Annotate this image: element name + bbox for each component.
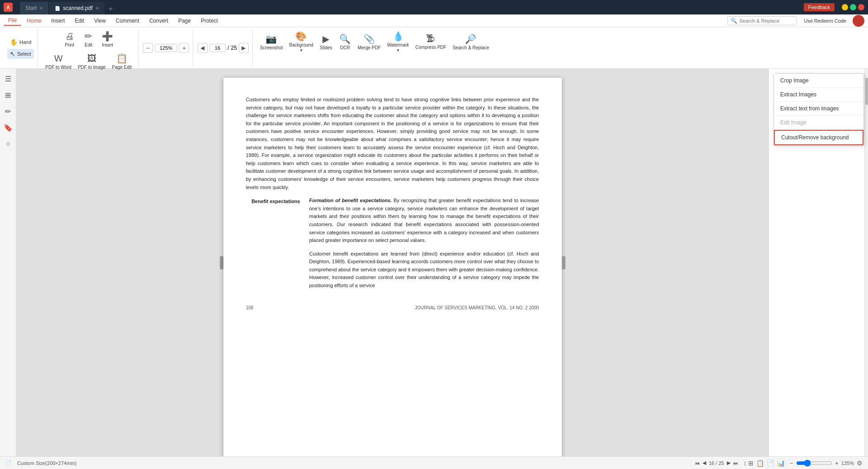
menu-comment[interactable]: Comment xyxy=(111,16,144,25)
paragraph-2-body: By recognizing that greater benefit expe… xyxy=(309,198,539,243)
print-icon: 🖨 xyxy=(65,31,74,42)
paragraph-3: Customer benefit expectations are learne… xyxy=(309,250,539,290)
sidebar-icon-bookmark[interactable]: 🔖 xyxy=(2,121,14,134)
zoom-out-btn[interactable]: − xyxy=(143,43,153,53)
compress-pdf-btn[interactable]: 🗜 Compress PDF xyxy=(413,29,449,54)
search-box[interactable]: 🔍 xyxy=(727,16,797,25)
page-input[interactable] xyxy=(209,44,226,52)
insert-label: Insert xyxy=(102,43,113,47)
app-icon: A xyxy=(4,3,13,12)
status-separator: | xyxy=(745,460,746,466)
canvas-area: Customers who employ limited or routiniz… xyxy=(16,69,768,456)
paragraph-2-intro: Formation of benefit expectations. xyxy=(309,198,392,203)
slides-icon: ▶ xyxy=(323,33,329,44)
background-label: Background xyxy=(289,43,313,47)
menu-page[interactable]: Page xyxy=(174,16,195,25)
context-menu-edit-image: Edit Image xyxy=(774,116,863,130)
watermark-label: Watermark xyxy=(387,43,409,47)
background-btn[interactable]: 🎨 Background ▼ xyxy=(286,29,316,54)
close-button[interactable]: ✕ xyxy=(858,4,864,10)
menu-home[interactable]: Home xyxy=(22,16,46,25)
resize-handle-left[interactable] xyxy=(220,256,223,270)
slides-btn[interactable]: ▶ Slides xyxy=(317,29,335,54)
section-row: Benefit expectations Formation of benefi… xyxy=(246,197,539,295)
status-icon-2[interactable]: 📋 xyxy=(756,460,764,467)
tab-scanned[interactable]: 📄 scanned.pdf ✕ xyxy=(49,2,104,14)
tab-scanned-close[interactable]: ✕ xyxy=(95,6,99,11)
search-replace-btn[interactable]: 🔎 Search & Replace xyxy=(450,29,492,54)
main-area: ☰ ⊞ ✏ 🔖 ○ Customers who employ limited o… xyxy=(0,69,868,456)
slides-label: Slides xyxy=(320,45,332,50)
zoom-in-status[interactable]: + xyxy=(835,460,839,467)
ocr-btn[interactable]: 🔍 OCR xyxy=(336,29,354,54)
user-avatar[interactable] xyxy=(853,15,864,27)
context-menu-crop[interactable]: Crop Image xyxy=(774,74,863,88)
page-next-btn[interactable]: ▶ xyxy=(239,43,249,53)
pdf-page: Customers who employ limited or routiniz… xyxy=(223,78,562,456)
feedback-button[interactable]: Feedback xyxy=(804,3,835,11)
tools-ribbon-group: 📷 Screenshot 🎨 Background ▼ ▶ Slides 🔍 O… xyxy=(254,29,496,66)
zoom-slider[interactable] xyxy=(796,460,832,467)
insert-btn[interactable]: ➕ Insert xyxy=(99,29,117,49)
merge-pdf-btn[interactable]: 📎 Merge PDF xyxy=(355,29,384,54)
search-replace-label: Search & Replace xyxy=(453,45,489,50)
watermark-btn[interactable]: 💧 Watermark ▼ xyxy=(384,29,412,54)
menu-convert[interactable]: Convert xyxy=(145,16,173,25)
menu-view[interactable]: View xyxy=(90,16,110,25)
zoom-in-btn[interactable]: + xyxy=(179,43,189,53)
menu-protect[interactable]: Protect xyxy=(196,16,223,25)
menu-edit[interactable]: Edit xyxy=(70,16,89,25)
hand-tool-btn[interactable]: ✋ Hand xyxy=(7,37,34,47)
print-btn[interactable]: 🖨 Print xyxy=(61,29,79,49)
tab-start-close[interactable]: ✕ xyxy=(39,6,43,11)
status-icon-5[interactable]: ⚙ xyxy=(857,460,863,467)
sidebar-icon-edit[interactable]: ✏ xyxy=(2,105,14,118)
status-bar-right: ⏮ ◀ 16 / 25 ▶ ⏭ | ⊞ 📋 📄 📊 − + 125% ⚙ xyxy=(695,460,863,467)
new-tab-btn[interactable]: + xyxy=(105,4,116,14)
context-menu-cutout[interactable]: Cutout/Remove background xyxy=(774,130,863,145)
page-prev-btn[interactable]: ◀ xyxy=(198,43,208,53)
menu-insert[interactable]: Insert xyxy=(47,16,69,25)
page-nav-last[interactable]: ⏭ xyxy=(733,460,738,466)
compress-pdf-icon: 🗜 xyxy=(426,33,435,44)
status-icon-4[interactable]: 📊 xyxy=(777,460,785,467)
tab-start-label: Start xyxy=(25,5,37,11)
status-icon-1[interactable]: ⊞ xyxy=(748,460,754,467)
ribbon: ✋ Hand ↖ Select 🖨 Print ✏ Edit ➕ Insert xyxy=(0,27,868,69)
sidebar-icon-list[interactable]: ☰ xyxy=(2,72,14,85)
status-icon-3[interactable]: 📄 xyxy=(767,460,774,467)
page-nav-prev[interactable]: ◀ xyxy=(702,460,706,466)
select-tool-btn[interactable]: ↖ Select xyxy=(7,49,34,59)
tab-start[interactable]: Start ✕ xyxy=(20,2,48,14)
section-content: Formation of benefit expectations. By re… xyxy=(309,197,539,295)
minimize-button[interactable]: − xyxy=(842,4,848,10)
pdf-to-image-icon: 🖼 xyxy=(87,53,96,64)
tabs: Start ✕ 📄 scanned.pdf ✕ + xyxy=(20,0,116,14)
ribbon-row1: 🖨 Print ✏ Edit ➕ Insert xyxy=(61,29,117,49)
maximize-button[interactable]: □ xyxy=(850,4,856,10)
pdf-wrapper: Customers who employ limited or routiniz… xyxy=(223,78,562,447)
file-size: Custom Size(200×274mm) xyxy=(17,460,76,466)
journal-name: JOURNAL OF SERVICES MARKETING, VOL. 14 N… xyxy=(415,304,539,312)
zoom-out-status[interactable]: − xyxy=(789,460,793,467)
search-input[interactable] xyxy=(739,18,793,24)
zoom-group: − + xyxy=(139,29,193,66)
menu-file[interactable]: File xyxy=(4,16,21,26)
ocr-label: OCR xyxy=(340,45,350,50)
title-bar: A Start ✕ 📄 scanned.pdf ✕ + Feedback − □… xyxy=(0,0,868,14)
resize-handle-right[interactable] xyxy=(562,256,565,270)
section-label: Benefit expectations xyxy=(246,197,300,295)
scrollbar-thumb xyxy=(865,78,868,105)
edit-btn[interactable]: ✏ Edit xyxy=(80,29,98,49)
context-menu-extract[interactable]: Extract Images xyxy=(774,88,863,102)
context-menu-extract-text[interactable]: Extract text from images xyxy=(774,102,863,116)
sidebar-icon-grid[interactable]: ⊞ xyxy=(2,89,14,101)
screenshot-btn[interactable]: 📷 Screenshot xyxy=(257,29,286,54)
status-bar: 📄 Custom Size(200×274mm) ⏮ ◀ 16 / 25 ▶ ⏭… xyxy=(0,456,868,469)
edit-label: Edit xyxy=(85,43,92,47)
page-nav-next[interactable]: ▶ xyxy=(727,460,730,466)
right-scrollbar[interactable] xyxy=(864,69,868,456)
sidebar-icon-circle[interactable]: ○ xyxy=(2,137,14,150)
zoom-input[interactable] xyxy=(155,44,177,52)
page-nav-first[interactable]: ⏮ xyxy=(695,460,700,466)
